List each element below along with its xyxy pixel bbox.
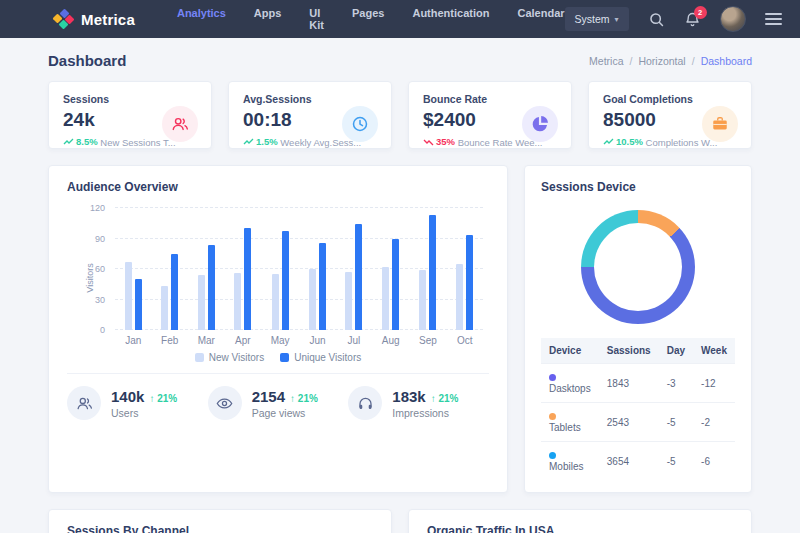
notification-badge: 2 (694, 6, 707, 19)
y-axis-tick: 90 (95, 234, 105, 244)
nav-item-authentication[interactable]: Authentication (412, 7, 489, 31)
x-axis-label: Apr (235, 330, 251, 350)
bar-group-apr: Apr (234, 208, 251, 350)
device-dot-icon (549, 374, 556, 381)
search-icon[interactable] (648, 11, 665, 28)
nav-item-analytics[interactable]: Analytics (177, 7, 226, 31)
bar-group-aug: Aug (382, 208, 400, 350)
nav-item-ui-kit[interactable]: UI Kit (309, 7, 324, 31)
bar-chart-legend: New VisitorsUnique Visitors (67, 352, 489, 363)
bar-pair (234, 228, 251, 330)
sessions-device-card: Sessions Device DeviceSassionsDayWeekDas… (524, 165, 752, 493)
y-axis-tick: 0 (100, 325, 105, 335)
system-dropdown[interactable]: System ▾ (565, 7, 629, 31)
bar-groups: JanFebMarAprMayJunJulAugSepOct (115, 208, 483, 350)
bar-group-jul: Jul (345, 208, 362, 350)
device-dot-icon (549, 452, 556, 459)
chevron-down-icon: ▾ (615, 15, 619, 24)
bar-pair (198, 245, 215, 330)
device-dot-icon (549, 413, 556, 420)
bar-unique-visitors[interactable] (208, 245, 215, 330)
stat-card-title: Avg.Sessions (243, 93, 377, 105)
audience-stat-pageviews: 2154↑ 21% Page views (208, 386, 349, 420)
stat-card-goal-completions: Goal Completions 85000 10.5% Completions… (588, 81, 752, 149)
audience-stats-row: 140k↑ 21% Users 2154↑ 21% Page views 1 (67, 373, 489, 420)
device-table-header-row: DeviceSassionsDayWeek (541, 338, 735, 364)
bar-unique-visitors[interactable] (171, 254, 178, 330)
bar-group-sep: Sep (419, 208, 437, 350)
breadcrumb-item-metrica[interactable]: Metrica (589, 55, 623, 67)
device-table: DeviceSassionsDayWeekDasktops1843-3-12Ta… (541, 338, 735, 480)
trend-up-icon (63, 138, 74, 146)
sessions-device-title: Sessions Device (541, 180, 735, 194)
bar-new-visitors[interactable] (419, 270, 426, 330)
stat-value: 2154 (252, 388, 285, 405)
bar-pair (419, 215, 436, 330)
trend-percent: 1.5% (243, 136, 278, 147)
sessions-cell: 3654 (599, 442, 659, 481)
legend-label: New Visitors (209, 352, 264, 363)
bar-new-visitors[interactable] (309, 269, 316, 330)
legend-item-unique-visitors: Unique Visitors (280, 352, 361, 363)
breadcrumb-item-horizontal[interactable]: Horizontal (638, 55, 685, 67)
bottom-row: Sessions By Channel Organic SearchSocial… (0, 509, 800, 533)
y-axis-tick: 60 (95, 264, 105, 274)
nav-item-calendar[interactable]: Calendar (517, 7, 564, 31)
briefcase-icon (702, 106, 738, 142)
system-dropdown-label: System (575, 13, 610, 25)
bar-unique-visitors[interactable] (319, 243, 326, 330)
x-axis-label: Jul (348, 330, 361, 350)
bar-new-visitors[interactable] (345, 272, 352, 330)
page-header: Dashboard Metrica/Horizontal/Dashboard (0, 38, 800, 81)
bar-unique-visitors[interactable] (244, 228, 251, 330)
bar-new-visitors[interactable] (382, 267, 389, 330)
sessions-by-channel-title: Sessions By Channel (67, 524, 373, 533)
bar-new-visitors[interactable] (272, 274, 279, 330)
bar-unique-visitors[interactable] (282, 231, 289, 330)
table-row: Mobiles3654-5-6 (541, 442, 735, 481)
bar-pair (161, 254, 178, 330)
column-header-device: Device (541, 338, 599, 364)
nav-menu: AnalyticsAppsUI KitPagesAuthenticationCa… (177, 7, 565, 31)
menu-toggle-icon[interactable] (765, 13, 782, 25)
stat-card-title: Sessions (63, 93, 197, 105)
nav-item-apps[interactable]: Apps (254, 7, 282, 31)
notifications-bell-icon[interactable]: 2 (684, 11, 701, 28)
week-cell: -12 (693, 364, 735, 403)
y-axis-tick: 30 (95, 295, 105, 305)
stat-value: 140k (111, 388, 144, 405)
x-axis-label: Aug (382, 330, 400, 350)
brand-name: Metrica (81, 11, 135, 28)
bar-new-visitors[interactable] (234, 273, 241, 330)
bar-unique-visitors[interactable] (355, 224, 362, 330)
organic-traffic-usa-card: Organic Traffic In USA + (408, 509, 752, 533)
sessions-device-donut-chart (581, 210, 695, 324)
legend-swatch (195, 353, 204, 362)
stat-label: Impressions (392, 407, 458, 419)
legend-label: Unique Visitors (294, 352, 361, 363)
bar-new-visitors[interactable] (125, 262, 132, 330)
x-axis-label: Oct (457, 330, 473, 350)
x-axis-label: May (271, 330, 290, 350)
stat-card-title: Bounce Rate (423, 93, 557, 105)
bar-new-visitors[interactable] (161, 286, 168, 330)
bar-new-visitors[interactable] (456, 264, 463, 330)
bar-new-visitors[interactable] (198, 275, 205, 330)
bar-unique-visitors[interactable] (429, 215, 436, 330)
bar-unique-visitors[interactable] (135, 279, 142, 330)
bar-pair (309, 243, 326, 330)
bar-group-jan: Jan (125, 208, 142, 350)
nav-item-pages[interactable]: Pages (352, 7, 384, 31)
breadcrumb-item-dashboard: Dashboard (701, 55, 752, 67)
brand[interactable]: Metrica (54, 9, 135, 29)
user-avatar[interactable] (720, 6, 746, 32)
stat-card-desc: Completions W... (646, 137, 718, 148)
column-header-sassions: Sassions (599, 338, 659, 364)
x-axis-label: Mar (198, 330, 215, 350)
stat-label: Users (111, 407, 177, 419)
bar-pair (345, 224, 362, 330)
bar-unique-visitors[interactable] (392, 239, 399, 331)
day-cell: -3 (659, 364, 693, 403)
x-axis-label: Feb (161, 330, 178, 350)
bar-unique-visitors[interactable] (466, 235, 473, 330)
